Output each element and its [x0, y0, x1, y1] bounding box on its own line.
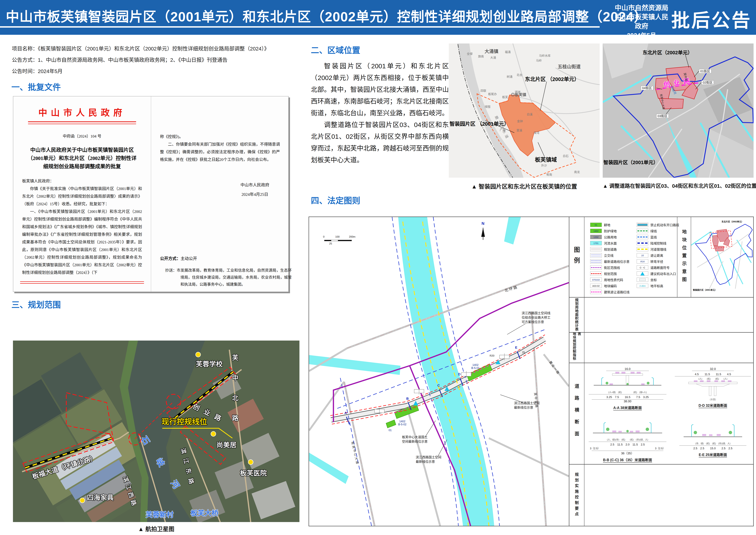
mini-unit2-label: 东北片区（2002单元） [721, 220, 743, 223]
legend-item: 禁止机动车开口路段 [637, 222, 679, 227]
swatch-river: 1701 [590, 241, 602, 245]
swatch-setback-distance: 10 [637, 253, 648, 257]
sihai-furniture-label: 四海家具 [87, 494, 114, 502]
place-label: 广福 [500, 128, 505, 132]
document-signature: 中山市人民政府 2024年4月25日 [240, 180, 269, 199]
mini-unit1-label: 智装园片区（2001单元） [693, 289, 717, 291]
swatch-turning-radius: R16 [637, 259, 648, 264]
section-lanes: (人、绿)(非) (机) (机) (非)(绿、人) [589, 438, 666, 441]
place-label: 白溪 [527, 113, 533, 116]
locmap-vtitle: 地块位置示意图 [677, 217, 691, 297]
place-label: 白石 [563, 155, 569, 158]
place-label: 北台 [517, 73, 523, 77]
swatch-vehicle-entry [637, 271, 648, 276]
document-footer-rule [20, 281, 144, 284]
panel-divider-h1 [569, 297, 753, 297]
road-section-bb: (人、绿)(非) (机) (机) (非)(绿、人) 2.5 11.5 2.0 1… [589, 420, 666, 462]
section-mark-d: D [458, 372, 461, 376]
swatch-coordinate [637, 278, 648, 282]
section-art-bridge [592, 371, 662, 389]
road-section-aa: 16.0 (人+绿) (机) (机) (绿+人) 3.25 7.5 16.5 7… [589, 367, 666, 410]
landuse-table-vtitle: 规划用地面积统计表 [569, 297, 584, 332]
north-label: N [481, 221, 484, 226]
section-edges: 3（2.5）3（2.5） [589, 446, 666, 450]
section-lanes: (人+绿) (机) (机) (绿+人) [589, 390, 666, 394]
page-title: 中山市板芙镇智装园片区（2001单元）和东北片区（2002单元）控制性详细规划创… [6, 6, 647, 25]
swatch-highway: 1202 [590, 235, 602, 239]
place-label: 外沙 [541, 164, 547, 167]
map1-caption: ▲ 智装园片区和东北片区在板芙镇的位置 [449, 182, 600, 190]
section-4-title: 四、法定图则 [311, 194, 360, 206]
place-label: 马岭水库 [539, 54, 551, 58]
crop-code-01: 01 [389, 429, 392, 432]
swatch-section-symbol: C- -C [637, 266, 648, 269]
legend-item: 街区范围线 [590, 265, 620, 270]
section-caption: B-B (C-C) 36（35）米道路断面 [589, 457, 666, 462]
org-line-2: 中山市板芙镇人民政府 [612, 13, 670, 31]
town-label-wugui: 五桂山街道 [558, 64, 580, 70]
scale-100: 100 [335, 235, 339, 239]
section-mark-c: C [437, 383, 440, 387]
header-org-block: 中山市自然资源局 中山市板芙镇人民政府 2024年5月 [612, 3, 670, 40]
notes-vtitle: 规划实施控制要点 [569, 464, 584, 526]
swatch-land-control-line [637, 241, 648, 245]
fuzhongbei-road-label: 芙中北路 [231, 354, 238, 435]
org-line-1: 中山市自然资源局 [612, 3, 670, 13]
meta-announce-method: 公告方式：1、中山市自然资源局政务网、中山市板芙镇政府政务网；2、《中山日报》刊… [12, 56, 228, 63]
legend-item: A03-02地块编码 [590, 284, 617, 288]
section-top-width: 32.0 [692, 367, 734, 371]
section-top-width: 16.0 [606, 367, 649, 371]
legend-item: 规划道路 [590, 247, 617, 251]
place-label: 旗南 [478, 55, 484, 58]
section-art-grade [592, 420, 663, 436]
header-banner: 中山市板芙镇智装园片区（2001单元）和东北片区（2002单元）控制性详细规划创… [0, 0, 756, 35]
panel-divider-h3 [569, 363, 753, 363]
unit2-label: 东北片区（2002单元） [643, 50, 692, 56]
swatch-plot-code: A03-02 [590, 284, 602, 288]
swatch-landuse-code: 070102 [590, 278, 602, 282]
legend-item: 070102用地性质代码 [590, 277, 623, 282]
road-section-dd: 32.0 4.5 11.5 11.5 4.5 (人) (机) (机) (人) (… [675, 367, 751, 408]
shangmeiju-label: 尚美居 [216, 441, 236, 449]
section-caption: D-D 32米道路断面 [675, 403, 751, 408]
town-locator-art [449, 43, 600, 178]
section-mark-b: B [406, 397, 409, 401]
radius-label: R20 [490, 354, 494, 357]
block-03-label: 03街区 [656, 114, 669, 118]
swatch-planning-scope [590, 271, 602, 276]
swatch-elevation: 3.40m [637, 284, 648, 288]
annotation-3: 板芙中心大道国土 空间最新线位示意 [402, 435, 428, 444]
legend-item: 01耕地 [590, 222, 610, 227]
region-para-2: 调整道路位于智装园片区03、04街区和东北片区01、02街区，从街区交界中部东西… [311, 119, 449, 166]
meta-project-name: 项目名称：《板芙镇智装园片区（2001单元）和东北片区（2002单元）控制性详细… [12, 44, 269, 52]
legend-item: 最新道路线位示意 [590, 259, 630, 264]
legend-item: 1402防护绿地 [590, 229, 617, 233]
document-publicity: 公开方式：主动公开 [160, 255, 197, 261]
place-label: 南龙 [574, 171, 580, 174]
announcement-badge: 批后公告 [671, 5, 752, 32]
swatch-latest-alignment [590, 259, 602, 264]
satellite-art [13, 341, 299, 522]
place-label: 板尾办 [488, 93, 497, 96]
legend-item: 坐标 [637, 277, 657, 282]
swatch-river-mgmt-line [637, 247, 648, 251]
hospital-label: 板芙医院 [240, 469, 267, 477]
place-label: 金钟 [517, 120, 523, 123]
plan-map-art [309, 217, 569, 526]
place-label: 禄围 [485, 105, 490, 109]
unit2-label: 东北片区 （2002单元） [525, 76, 580, 82]
setback-distance-label: 25 [522, 351, 525, 354]
current-plan-line-label: 现行控规线位 [162, 418, 207, 426]
swatch-planned-road [590, 247, 602, 251]
legend-item: 10退让距离 [637, 253, 663, 258]
place-label: 全禄 [467, 52, 472, 56]
section-mark-e: E [515, 346, 517, 350]
furong-village-label: 芙蓉新村 [146, 511, 174, 519]
publicity-label: 公开方式： [160, 256, 180, 261]
section-art-grade-small [682, 422, 743, 440]
section-dims: 3.25 7.5 16.5 7.5 3.25 [589, 394, 666, 399]
section-dims: 4.5 11.5 11.5 4.5 [675, 372, 751, 377]
section-mark-a: A [344, 411, 347, 415]
place-label: 福涌 [505, 50, 511, 54]
strip-divider-v [584, 217, 584, 526]
